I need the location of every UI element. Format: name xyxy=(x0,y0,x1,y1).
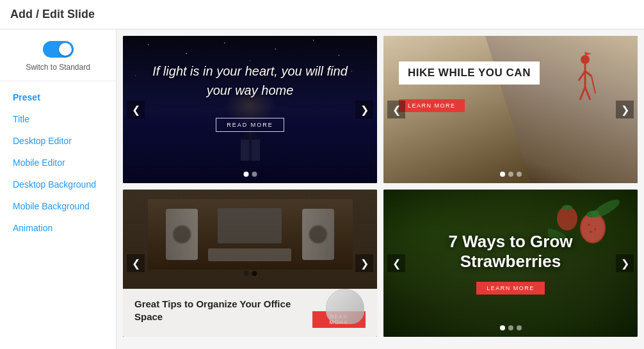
sidebar-item-preset[interactable]: Preset xyxy=(0,86,116,108)
toggle-label: Switch to Standard xyxy=(26,63,90,72)
sidebar-nav: Preset Title Desktop Editor Mobile Edito… xyxy=(0,81,116,239)
hike-prev-arrow[interactable]: ❮ xyxy=(387,101,405,118)
night-next-arrow[interactable]: ❯ xyxy=(355,101,373,118)
sidebar-item-mobile-background[interactable]: Mobile Background xyxy=(0,195,116,217)
strawberry-learn-more-button[interactable]: LEARN MORE xyxy=(476,282,545,295)
office-title: Great Tips to Organize Your Office Space xyxy=(134,298,312,323)
sidebar-item-desktop-editor[interactable]: Desktop Editor xyxy=(0,130,116,152)
slide-hike[interactable]: HIKE WHILE YOU CAN LEARN MORE xyxy=(383,36,638,183)
header: Add / Edit Slide xyxy=(0,0,644,29)
toggle-area: Switch to Standard xyxy=(0,29,116,81)
slide-night[interactable]: If light is in your heart, you will find… xyxy=(123,36,377,183)
sidebar: Switch to Standard Preset Title Desktop … xyxy=(0,29,117,349)
night-read-more-button[interactable]: READ MORE xyxy=(216,118,284,132)
slide-office[interactable]: Great Tips to Organize Your Office Space… xyxy=(123,190,377,337)
strawberry-content: 7 Ways to Grow Strawberries LEARN MORE xyxy=(383,190,638,337)
strawberry-next-arrow[interactable]: ❯ xyxy=(616,254,634,272)
dot[interactable] xyxy=(252,271,257,276)
office-dots xyxy=(243,271,257,276)
svg-line-5 xyxy=(585,87,590,100)
dot[interactable] xyxy=(508,172,513,177)
main-layout: Switch to Standard Preset Title Desktop … xyxy=(0,29,644,349)
hike-learn-more-button[interactable]: LEARN MORE xyxy=(399,99,465,112)
svg-marker-8 xyxy=(585,52,592,56)
svg-line-6 xyxy=(592,76,595,93)
hiker-icon xyxy=(567,52,599,116)
svg-point-0 xyxy=(581,55,590,64)
office-next-arrow[interactable]: ❯ xyxy=(355,254,373,272)
office-caption: Great Tips to Organize Your Office Space… xyxy=(123,289,377,337)
hike-dots xyxy=(500,172,522,177)
standard-toggle[interactable] xyxy=(43,41,74,58)
slide-strawberry[interactable]: 7 Ways to Grow Strawberries LEARN MORE ❮… xyxy=(383,190,638,337)
night-quote: If light is in your heart, you will find… xyxy=(123,61,377,100)
dot[interactable] xyxy=(500,172,505,177)
hike-title: HIKE WHILE YOU CAN xyxy=(408,67,531,79)
dot[interactable] xyxy=(517,172,522,177)
dot[interactable] xyxy=(243,271,248,276)
svg-line-4 xyxy=(580,87,585,100)
strawberry-prev-arrow[interactable]: ❮ xyxy=(387,254,405,272)
sidebar-item-desktop-background[interactable]: Desktop Background xyxy=(0,174,116,195)
night-prev-arrow[interactable]: ❮ xyxy=(127,101,145,118)
sidebar-item-mobile-editor[interactable]: Mobile Editor xyxy=(0,152,116,174)
content-area: If light is in your heart, you will find… xyxy=(117,29,644,349)
strawberry-title: 7 Ways to Grow Strawberries xyxy=(383,232,638,272)
office-prev-arrow[interactable]: ❮ xyxy=(127,254,145,272)
sidebar-item-title[interactable]: Title xyxy=(0,108,116,130)
app-container: Add / Edit Slide Switch to Standard Pres… xyxy=(0,0,644,349)
hike-next-arrow[interactable]: ❯ xyxy=(616,101,634,118)
sidebar-item-animation[interactable]: Animation xyxy=(0,217,116,239)
page-title: Add / Edit Slide xyxy=(10,8,95,20)
